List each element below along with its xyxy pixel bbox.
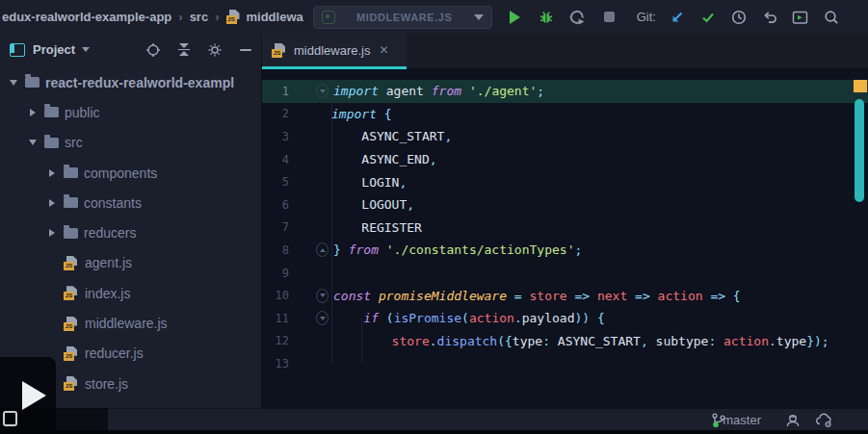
code-token: ( — [461, 311, 469, 325]
chevron-right-icon[interactable] — [45, 169, 58, 177]
breadcrumb-label: src — [190, 10, 209, 24]
commit-button[interactable] — [698, 8, 718, 27]
chevron-right-icon[interactable] — [26, 109, 39, 116]
fold-marker-icon[interactable] — [316, 84, 329, 98]
run-anything-button[interactable] — [791, 8, 810, 27]
gif-controls-icon[interactable] — [3, 411, 17, 426]
chevron-right-icon[interactable] — [45, 199, 58, 207]
rollback-button[interactable] — [760, 8, 779, 27]
code-token: . — [769, 334, 776, 348]
code-line[interactable]: 8} from './constants/actionTypes'; — [262, 239, 868, 262]
tab-middleware-js[interactable]: JS middleware.js ✕ — [262, 34, 407, 69]
code-editor[interactable]: 1import agent from './agent';2import {3 … — [262, 69, 868, 408]
code-token: action — [658, 289, 703, 303]
code-token: isPromise — [394, 311, 461, 325]
tree-item-agent-js[interactable]: JSagent.js — [0, 248, 260, 278]
code-token: dispatch — [437, 334, 498, 348]
line-number: 12 — [262, 334, 289, 347]
code-token: => — [567, 289, 597, 303]
code-line[interactable]: 9 — [262, 262, 868, 285]
code-token: const — [333, 289, 371, 303]
fold-marker-icon[interactable] — [316, 243, 329, 257]
code-line[interactable]: 5 LOGIN, — [262, 170, 868, 193]
tree-item-index-js[interactable]: JSindex.js — [0, 278, 260, 308]
branch-name: master — [723, 413, 761, 427]
tree-item-reducers[interactable]: reducers — [0, 217, 260, 247]
folder-icon — [25, 77, 39, 88]
breadcrumb-item[interactable]: JSmiddlewa — [226, 10, 303, 24]
project-panel-header: Project — [0, 34, 261, 65]
status-bar: master — [0, 408, 868, 430]
run-configuration-select[interactable]: MIDDLEWARE.JS — [313, 6, 492, 29]
tree-item-label: react-redux-realworld-exampl — [45, 75, 234, 90]
search-icon — [823, 9, 840, 26]
code-token: subtype — [656, 334, 709, 348]
cloud-settings-widget[interactable] — [815, 412, 833, 428]
project-panel-title[interactable]: Project — [33, 42, 75, 57]
tree-item-src[interactable]: src — [0, 128, 260, 158]
panel-settings-button[interactable] — [207, 42, 223, 58]
code-line[interactable]: 12 store.dispatch({type: ASYNC_START, su… — [262, 330, 868, 353]
gear-icon — [207, 42, 223, 58]
tree-item-middleware-js[interactable]: JSmiddleware.js — [0, 308, 260, 338]
debug-button[interactable] — [537, 8, 556, 27]
chevron-down-icon[interactable] — [7, 80, 19, 86]
profiler-button[interactable] — [567, 8, 587, 27]
code-text: LOGIN, — [331, 175, 407, 190]
run-button[interactable] — [506, 8, 525, 27]
folder-icon — [64, 197, 78, 208]
code-line[interactable]: 6 LOGOUT, — [262, 193, 868, 217]
code-token: LOGOUT — [331, 197, 407, 212]
code-line[interactable]: 4 ASYNC_END, — [262, 148, 868, 171]
code-token: }); — [806, 334, 829, 348]
code-line[interactable]: 3 ASYNC_START, — [262, 125, 868, 148]
user-icon — [784, 412, 802, 428]
fold-marker-icon[interactable] — [316, 289, 329, 303]
code-token: from — [432, 84, 461, 98]
undo-arrow-icon — [761, 9, 778, 26]
tree-item-label: index.js — [85, 286, 130, 301]
code-line[interactable]: 11 if (isPromise(action.payload)) { — [262, 307, 868, 330]
chevron-down-icon[interactable] — [26, 140, 39, 145]
js-file-icon: JS — [64, 346, 79, 361]
breadcrumb-item[interactable]: edux-realworld-example-app — [2, 10, 171, 24]
scrollbar-thumb[interactable] — [855, 99, 864, 202]
folder-icon — [64, 167, 78, 178]
tree-item-react-redux-realworld-exampl[interactable]: react-redux-realworld-exampl — [0, 67, 260, 97]
bug-icon — [538, 9, 555, 26]
code-line[interactable]: 10const promiseMiddleware = store => nex… — [262, 284, 868, 307]
locate-file-button[interactable] — [145, 42, 161, 58]
code-token: type — [513, 334, 542, 348]
code-line[interactable]: 7 REGISTER — [262, 217, 868, 240]
search-everywhere-button[interactable] — [822, 8, 841, 27]
code-line[interactable]: 1import agent from './agent'; — [262, 80, 868, 103]
user-widget[interactable] — [784, 412, 802, 428]
chevron-right-icon[interactable] — [45, 229, 58, 237]
code-line[interactable]: 2import { — [262, 103, 868, 126]
close-icon[interactable]: ✕ — [379, 43, 388, 57]
code-token: . — [514, 311, 522, 325]
update-project-button[interactable] — [668, 8, 687, 27]
code-token: action — [469, 311, 514, 325]
hide-panel-button[interactable] — [240, 49, 251, 51]
fold-marker-icon[interactable] — [316, 311, 329, 325]
tree-item-constants[interactable]: constants — [0, 188, 260, 217]
tree-item-components[interactable]: components — [0, 158, 260, 188]
breadcrumb-item[interactable]: src — [190, 10, 209, 24]
tree-item-label: middleware.js — [85, 316, 168, 331]
git-branch-widget[interactable]: master — [710, 412, 761, 428]
code-token: . — [430, 334, 437, 348]
code-token: ASYNC_START — [331, 129, 444, 143]
code-line[interactable]: 13 — [262, 352, 868, 375]
project-window-icon — [10, 43, 25, 57]
project-panel: Project react-redux-realworld-examplpub — [0, 34, 262, 408]
collapse-all-button[interactable] — [178, 43, 190, 57]
js-file-icon: JS — [64, 256, 79, 270]
tree-item-public[interactable]: public — [0, 97, 260, 127]
js-file-icon: JS — [64, 376, 79, 391]
gif-play-icon[interactable] — [22, 381, 46, 410]
code-token: payload — [522, 311, 575, 325]
history-button[interactable] — [729, 8, 749, 27]
stop-button[interactable] — [600, 8, 619, 27]
code-token: , — [641, 334, 656, 348]
